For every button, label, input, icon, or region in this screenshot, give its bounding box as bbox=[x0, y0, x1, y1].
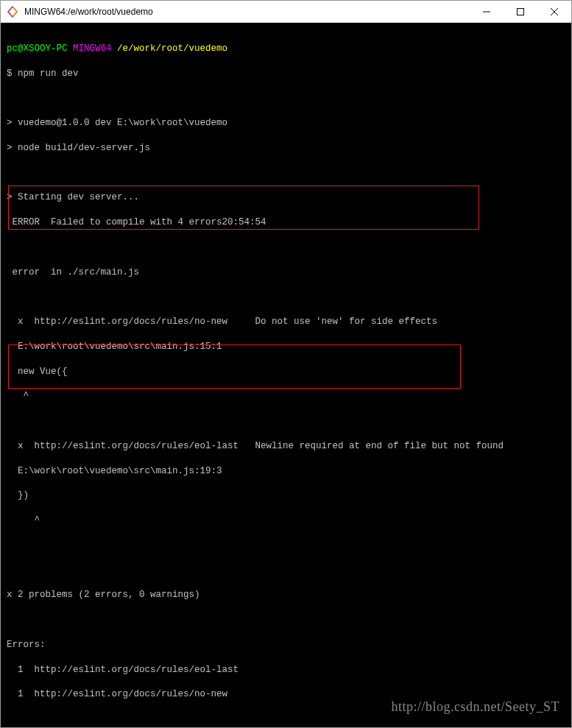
app-icon bbox=[7, 6, 18, 18]
minimize-button[interactable] bbox=[470, 1, 504, 22]
terminal-line: $ npm run dev bbox=[7, 68, 565, 80]
terminal-line: ^ bbox=[7, 390, 565, 403]
terminal-line: Errors: bbox=[7, 639, 565, 651]
prompt-path: /e/work/root/vuedemo bbox=[117, 43, 227, 54]
terminal-line: x http://eslint.org/docs/rules/no-new Do… bbox=[7, 316, 565, 328]
terminal-line bbox=[7, 92, 565, 105]
terminal-line: new Vue({ bbox=[7, 366, 565, 378]
prompt-user: pc@XSOOY-PC bbox=[7, 43, 68, 54]
terminal-line: > Starting dev server... bbox=[7, 191, 565, 204]
terminal-line bbox=[7, 415, 565, 428]
terminal-line: error in ./src/main.js bbox=[7, 266, 565, 279]
terminal-line: 1 http://eslint.org/docs/rules/no-new bbox=[7, 688, 565, 701]
svg-rect-1 bbox=[518, 8, 524, 15]
terminal-line bbox=[7, 540, 565, 552]
terminal-line bbox=[7, 565, 565, 577]
titlebar[interactable]: MINGW64:/e/work/root/vuedemo bbox=[1, 1, 571, 23]
window-controls bbox=[470, 1, 571, 22]
terminal-line bbox=[7, 614, 565, 626]
terminal-line: x 2 problems (2 errors, 0 warnings) bbox=[7, 589, 565, 601]
terminal-line: }) bbox=[7, 490, 565, 502]
terminal-line: > node build/dev-server.js bbox=[7, 142, 565, 155]
terminal-line bbox=[7, 241, 565, 254]
window: MINGW64:/e/work/root/vuedemo pc@XSOOY-PC… bbox=[0, 0, 572, 728]
terminal-line: > vuedemo@1.0.0 dev E:\work\root\vuedemo bbox=[7, 117, 565, 130]
maximize-button[interactable] bbox=[504, 1, 537, 22]
terminal-line: pc@XSOOY-PC MINGW64 /e/work/root/vuedemo bbox=[7, 43, 565, 55]
terminal-line bbox=[7, 291, 565, 303]
terminal[interactable]: pc@XSOOY-PC MINGW64 /e/work/root/vuedemo… bbox=[1, 23, 571, 727]
prompt-env: MINGW64 bbox=[73, 43, 112, 54]
window-title: MINGW64:/e/work/root/vuedemo bbox=[24, 7, 470, 17]
terminal-line: x http://eslint.org/docs/rules/eol-last … bbox=[7, 440, 565, 453]
terminal-line bbox=[7, 167, 565, 180]
terminal-line: E:\work\root\vuedemo\src\main.js:19:3 bbox=[7, 465, 565, 478]
terminal-line: ERROR Failed to compile with 4 errors20:… bbox=[7, 216, 565, 229]
terminal-line: E:\work\root\vuedemo\src\main.js:15:1 bbox=[7, 341, 565, 353]
terminal-line bbox=[7, 713, 565, 726]
terminal-line: ^ bbox=[7, 515, 565, 527]
close-button[interactable] bbox=[537, 1, 571, 22]
terminal-line: 1 http://eslint.org/docs/rules/eol-last bbox=[7, 664, 565, 676]
